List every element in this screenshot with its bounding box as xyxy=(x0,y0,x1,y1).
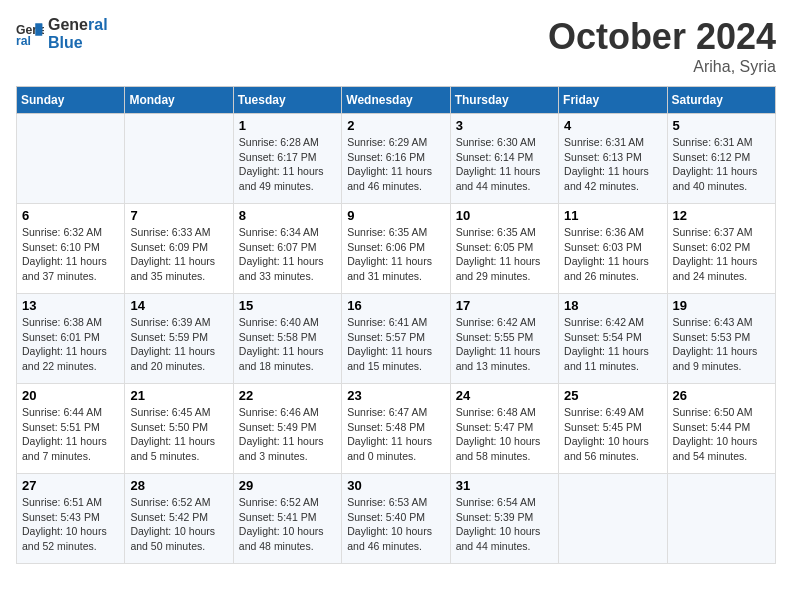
logo-icon: Gene ral xyxy=(16,20,44,48)
day-cell: 13Sunrise: 6:38 AMSunset: 6:01 PMDayligh… xyxy=(17,294,125,384)
day-number: 30 xyxy=(347,478,444,493)
day-number: 26 xyxy=(673,388,770,403)
week-row-4: 20Sunrise: 6:44 AMSunset: 5:51 PMDayligh… xyxy=(17,384,776,474)
day-number: 25 xyxy=(564,388,661,403)
day-cell: 18Sunrise: 6:42 AMSunset: 5:54 PMDayligh… xyxy=(559,294,667,384)
day-cell: 9Sunrise: 6:35 AMSunset: 6:06 PMDaylight… xyxy=(342,204,450,294)
day-cell: 3Sunrise: 6:30 AMSunset: 6:14 PMDaylight… xyxy=(450,114,558,204)
day-info: Sunrise: 6:33 AMSunset: 6:09 PMDaylight:… xyxy=(130,225,227,284)
day-number: 5 xyxy=(673,118,770,133)
day-info: Sunrise: 6:43 AMSunset: 5:53 PMDaylight:… xyxy=(673,315,770,374)
day-cell: 14Sunrise: 6:39 AMSunset: 5:59 PMDayligh… xyxy=(125,294,233,384)
day-number: 27 xyxy=(22,478,119,493)
day-cell: 31Sunrise: 6:54 AMSunset: 5:39 PMDayligh… xyxy=(450,474,558,564)
day-cell: 1Sunrise: 6:28 AMSunset: 6:17 PMDaylight… xyxy=(233,114,341,204)
day-info: Sunrise: 6:49 AMSunset: 5:45 PMDaylight:… xyxy=(564,405,661,464)
day-number: 31 xyxy=(456,478,553,493)
day-number: 19 xyxy=(673,298,770,313)
day-info: Sunrise: 6:29 AMSunset: 6:16 PMDaylight:… xyxy=(347,135,444,194)
day-info: Sunrise: 6:52 AMSunset: 5:41 PMDaylight:… xyxy=(239,495,336,554)
day-info: Sunrise: 6:50 AMSunset: 5:44 PMDaylight:… xyxy=(673,405,770,464)
day-info: Sunrise: 6:31 AMSunset: 6:13 PMDaylight:… xyxy=(564,135,661,194)
week-row-3: 13Sunrise: 6:38 AMSunset: 6:01 PMDayligh… xyxy=(17,294,776,384)
day-cell: 12Sunrise: 6:37 AMSunset: 6:02 PMDayligh… xyxy=(667,204,775,294)
day-info: Sunrise: 6:38 AMSunset: 6:01 PMDaylight:… xyxy=(22,315,119,374)
day-cell xyxy=(667,474,775,564)
day-number: 17 xyxy=(456,298,553,313)
day-cell: 27Sunrise: 6:51 AMSunset: 5:43 PMDayligh… xyxy=(17,474,125,564)
page-header: Gene ral General Blue October 2024 Ariha… xyxy=(16,16,776,76)
day-cell: 4Sunrise: 6:31 AMSunset: 6:13 PMDaylight… xyxy=(559,114,667,204)
day-info: Sunrise: 6:48 AMSunset: 5:47 PMDaylight:… xyxy=(456,405,553,464)
logo-blue: Blue xyxy=(48,34,108,52)
week-row-5: 27Sunrise: 6:51 AMSunset: 5:43 PMDayligh… xyxy=(17,474,776,564)
day-cell: 22Sunrise: 6:46 AMSunset: 5:49 PMDayligh… xyxy=(233,384,341,474)
column-header-saturday: Saturday xyxy=(667,87,775,114)
day-cell: 21Sunrise: 6:45 AMSunset: 5:50 PMDayligh… xyxy=(125,384,233,474)
day-info: Sunrise: 6:35 AMSunset: 6:06 PMDaylight:… xyxy=(347,225,444,284)
column-header-sunday: Sunday xyxy=(17,87,125,114)
logo-general: Gene xyxy=(48,16,88,33)
day-number: 6 xyxy=(22,208,119,223)
title-block: October 2024 Ariha, Syria xyxy=(548,16,776,76)
day-number: 14 xyxy=(130,298,227,313)
month-title: October 2024 xyxy=(548,16,776,58)
day-cell: 16Sunrise: 6:41 AMSunset: 5:57 PMDayligh… xyxy=(342,294,450,384)
day-number: 20 xyxy=(22,388,119,403)
logo: Gene ral General Blue xyxy=(16,16,108,51)
day-number: 15 xyxy=(239,298,336,313)
day-number: 1 xyxy=(239,118,336,133)
day-number: 18 xyxy=(564,298,661,313)
day-info: Sunrise: 6:39 AMSunset: 5:59 PMDaylight:… xyxy=(130,315,227,374)
day-cell: 17Sunrise: 6:42 AMSunset: 5:55 PMDayligh… xyxy=(450,294,558,384)
day-info: Sunrise: 6:40 AMSunset: 5:58 PMDaylight:… xyxy=(239,315,336,374)
day-info: Sunrise: 6:42 AMSunset: 5:54 PMDaylight:… xyxy=(564,315,661,374)
day-cell: 28Sunrise: 6:52 AMSunset: 5:42 PMDayligh… xyxy=(125,474,233,564)
svg-text:ral: ral xyxy=(16,33,31,47)
day-cell: 2Sunrise: 6:29 AMSunset: 6:16 PMDaylight… xyxy=(342,114,450,204)
day-cell: 26Sunrise: 6:50 AMSunset: 5:44 PMDayligh… xyxy=(667,384,775,474)
week-row-2: 6Sunrise: 6:32 AMSunset: 6:10 PMDaylight… xyxy=(17,204,776,294)
day-cell: 7Sunrise: 6:33 AMSunset: 6:09 PMDaylight… xyxy=(125,204,233,294)
column-header-tuesday: Tuesday xyxy=(233,87,341,114)
day-info: Sunrise: 6:37 AMSunset: 6:02 PMDaylight:… xyxy=(673,225,770,284)
day-number: 10 xyxy=(456,208,553,223)
day-cell: 6Sunrise: 6:32 AMSunset: 6:10 PMDaylight… xyxy=(17,204,125,294)
logo-ral: ral xyxy=(88,16,108,33)
day-number: 3 xyxy=(456,118,553,133)
day-cell: 8Sunrise: 6:34 AMSunset: 6:07 PMDaylight… xyxy=(233,204,341,294)
day-info: Sunrise: 6:51 AMSunset: 5:43 PMDaylight:… xyxy=(22,495,119,554)
day-number: 16 xyxy=(347,298,444,313)
column-header-thursday: Thursday xyxy=(450,87,558,114)
day-number: 8 xyxy=(239,208,336,223)
day-number: 28 xyxy=(130,478,227,493)
day-cell: 30Sunrise: 6:53 AMSunset: 5:40 PMDayligh… xyxy=(342,474,450,564)
day-info: Sunrise: 6:36 AMSunset: 6:03 PMDaylight:… xyxy=(564,225,661,284)
day-cell: 15Sunrise: 6:40 AMSunset: 5:58 PMDayligh… xyxy=(233,294,341,384)
header-row: SundayMondayTuesdayWednesdayThursdayFrid… xyxy=(17,87,776,114)
day-info: Sunrise: 6:53 AMSunset: 5:40 PMDaylight:… xyxy=(347,495,444,554)
day-info: Sunrise: 6:31 AMSunset: 6:12 PMDaylight:… xyxy=(673,135,770,194)
calendar-table: SundayMondayTuesdayWednesdayThursdayFrid… xyxy=(16,86,776,564)
day-number: 23 xyxy=(347,388,444,403)
column-header-wednesday: Wednesday xyxy=(342,87,450,114)
day-cell: 29Sunrise: 6:52 AMSunset: 5:41 PMDayligh… xyxy=(233,474,341,564)
day-cell: 25Sunrise: 6:49 AMSunset: 5:45 PMDayligh… xyxy=(559,384,667,474)
day-info: Sunrise: 6:42 AMSunset: 5:55 PMDaylight:… xyxy=(456,315,553,374)
day-number: 12 xyxy=(673,208,770,223)
day-info: Sunrise: 6:46 AMSunset: 5:49 PMDaylight:… xyxy=(239,405,336,464)
day-info: Sunrise: 6:54 AMSunset: 5:39 PMDaylight:… xyxy=(456,495,553,554)
day-number: 29 xyxy=(239,478,336,493)
day-number: 22 xyxy=(239,388,336,403)
day-info: Sunrise: 6:28 AMSunset: 6:17 PMDaylight:… xyxy=(239,135,336,194)
day-info: Sunrise: 6:52 AMSunset: 5:42 PMDaylight:… xyxy=(130,495,227,554)
day-number: 4 xyxy=(564,118,661,133)
day-cell: 5Sunrise: 6:31 AMSunset: 6:12 PMDaylight… xyxy=(667,114,775,204)
day-cell: 19Sunrise: 6:43 AMSunset: 5:53 PMDayligh… xyxy=(667,294,775,384)
day-info: Sunrise: 6:45 AMSunset: 5:50 PMDaylight:… xyxy=(130,405,227,464)
day-number: 9 xyxy=(347,208,444,223)
day-cell: 20Sunrise: 6:44 AMSunset: 5:51 PMDayligh… xyxy=(17,384,125,474)
day-info: Sunrise: 6:35 AMSunset: 6:05 PMDaylight:… xyxy=(456,225,553,284)
day-cell: 11Sunrise: 6:36 AMSunset: 6:03 PMDayligh… xyxy=(559,204,667,294)
day-number: 24 xyxy=(456,388,553,403)
